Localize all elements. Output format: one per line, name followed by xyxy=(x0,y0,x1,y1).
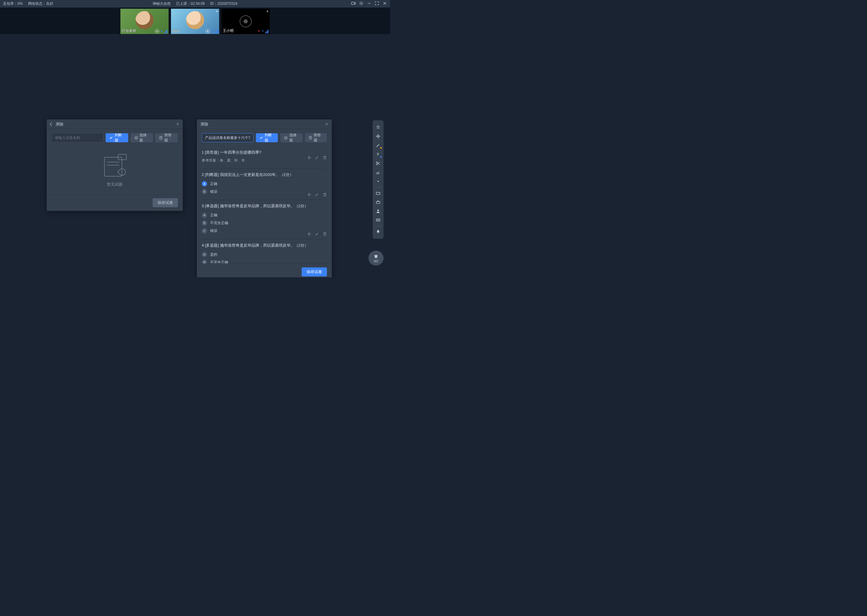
delete-icon[interactable] xyxy=(323,232,327,236)
tool-brightness-icon[interactable] xyxy=(373,177,383,186)
video-tile-student[interactable]: × Nina xyxy=(171,9,219,34)
option-text: 正确 xyxy=(210,213,218,218)
question-block: 2 [判断题] 我国宪法上一次更新是在2020年。（2分） A 正确 B 错误 xyxy=(202,169,327,200)
minimize-icon[interactable] xyxy=(367,1,372,6)
edit-icon[interactable] xyxy=(315,156,319,160)
question-title: 1 [简答题] 一年四季分别是哪四季? xyxy=(202,149,327,156)
choice-icon xyxy=(134,136,138,140)
right-toolbar: T xyxy=(373,120,383,239)
panel-toolbar: 判断题 选择题 简答题 xyxy=(47,129,183,146)
option-letter: B xyxy=(202,189,207,194)
remove-participant-icon[interactable]: × xyxy=(266,9,268,14)
edit-icon[interactable] xyxy=(315,193,319,197)
camera-toggle-icon[interactable] xyxy=(351,1,356,6)
tool-eraser-icon[interactable] xyxy=(373,168,383,177)
chip-shortanswer[interactable]: 简答题 xyxy=(155,133,178,142)
question-title: 3 [单选题] 施华洛世奇是反华品牌，所以梁鼎琪反华。（2分） xyxy=(202,203,327,209)
shortanswer-icon xyxy=(309,136,312,140)
svg-rect-9 xyxy=(263,30,263,31)
settings-icon[interactable] xyxy=(359,1,364,6)
move-icon[interactable] xyxy=(307,232,311,236)
video-row: 叮当老师 × Nina × 王小明 xyxy=(0,8,390,34)
video-tile-camera-off[interactable]: × 王小明 xyxy=(222,9,270,34)
tool-cursor-icon[interactable] xyxy=(373,123,383,132)
remove-participant-icon[interactable]: × xyxy=(216,9,218,14)
save-quiz-button[interactable]: 保存试卷 xyxy=(153,198,178,207)
award-icon xyxy=(155,29,159,33)
question-actions xyxy=(307,232,327,236)
chip-judgement[interactable]: 判断题 xyxy=(256,133,278,142)
option-letter: B xyxy=(202,220,207,226)
svg-rect-24 xyxy=(376,201,380,204)
close-icon[interactable]: × xyxy=(177,121,179,127)
question-block: 3 [单选题] 施华洛世奇是反华品牌，所以梁鼎琪反华。（2分） A 正确 B 不… xyxy=(202,200,327,239)
tool-person-icon[interactable] xyxy=(373,207,383,216)
camera-off-icon xyxy=(240,15,252,27)
chip-choice[interactable]: 选择题 xyxy=(280,133,302,142)
tool-text-icon[interactable]: T xyxy=(373,150,383,159)
question-list[interactable]: 1 [简答题] 一年四季分别是哪四季?参考答案：春、夏、秋、冬 2 [判断题] … xyxy=(197,146,332,264)
elapsed-time: 已上课：02:34:09 xyxy=(176,1,205,6)
svg-rect-6 xyxy=(212,30,213,31)
quiz-name-input[interactable] xyxy=(52,133,103,142)
network-status-label: 网络状态：良好 xyxy=(28,1,53,6)
delete-icon[interactable] xyxy=(323,156,327,160)
choice-icon xyxy=(284,136,287,140)
delete-icon[interactable] xyxy=(323,193,327,197)
raise-hand-badge[interactable]: 0/2 xyxy=(369,251,383,266)
tool-bell-icon[interactable] xyxy=(373,227,383,236)
video-tile-teacher[interactable]: 叮当老师 xyxy=(120,9,169,34)
session-id: ID：2020070324 xyxy=(210,1,238,6)
empty-text: 暂无试题 xyxy=(107,182,123,187)
quiz-name-input[interactable] xyxy=(202,133,254,142)
chip-judgement[interactable]: 判断题 xyxy=(106,133,128,142)
class-name: 神秘大自然 xyxy=(153,1,171,6)
svg-point-25 xyxy=(377,210,379,211)
edit-icon[interactable] xyxy=(315,232,319,236)
option-letter: A xyxy=(202,181,207,187)
question-block: 4 [多选题] 施华洛世奇是反华品牌，所以梁鼎琪反华。（2分） A 是的 B 不… xyxy=(202,239,327,264)
panel-toolbar: 判断题 选择题 简答题 xyxy=(197,129,332,146)
option-text: 是的 xyxy=(210,252,218,257)
volume-bars-icon xyxy=(214,30,218,33)
back-icon[interactable] xyxy=(50,122,54,126)
tool-chat-icon[interactable] xyxy=(373,216,383,225)
option-letter: A xyxy=(202,213,207,218)
tool-pen-icon[interactable] xyxy=(373,141,383,150)
fullscreen-icon[interactable] xyxy=(375,1,379,6)
main-area: 测验 × 判断题 选择题 简答题 暂无试题 xyxy=(0,34,390,277)
question-option[interactable]: A 正确 xyxy=(202,211,327,219)
close-window-icon[interactable] xyxy=(382,1,387,6)
topbar: 丢包率：0% 网络状态：良好 神秘大自然 已上课：02:34:09 ID：202… xyxy=(0,0,390,8)
question-actions xyxy=(307,193,327,197)
option-text: 错误 xyxy=(210,228,218,233)
panel-footer: 保存试卷 xyxy=(197,264,332,277)
tool-folder-icon[interactable] xyxy=(373,189,383,198)
question-actions xyxy=(307,156,327,160)
svg-rect-5 xyxy=(161,30,162,31)
svg-point-11 xyxy=(134,136,137,139)
chip-shortanswer[interactable]: 简答题 xyxy=(305,133,327,142)
tool-toolbox-icon[interactable] xyxy=(373,198,383,207)
question-option[interactable]: A 是的 xyxy=(202,251,327,258)
save-quiz-button[interactable]: 保存试卷 xyxy=(302,267,327,277)
empty-state: 暂无试题 xyxy=(47,146,183,194)
option-letter: A xyxy=(202,252,207,257)
close-icon[interactable]: × xyxy=(325,121,328,127)
chip-choice[interactable]: 选择题 xyxy=(131,133,153,142)
question-title: 2 [判断题] 我国宪法上一次更新是在2020年。（2分） xyxy=(202,172,327,178)
question-option[interactable]: B 不完全正确 xyxy=(202,219,327,227)
svg-point-1 xyxy=(361,3,362,4)
question-option[interactable]: A 正确 xyxy=(202,180,327,188)
panel-footer: 保存试卷 xyxy=(47,194,183,211)
panel-title: 测验 xyxy=(56,121,63,127)
panel-header: 测验 × xyxy=(197,119,332,129)
mic-icon xyxy=(261,29,264,33)
move-icon[interactable] xyxy=(307,193,311,197)
move-icon[interactable] xyxy=(307,156,311,160)
tool-scissors-icon[interactable] xyxy=(373,159,383,168)
option-text: 错误 xyxy=(210,189,218,194)
svg-text:T: T xyxy=(377,152,379,156)
tool-move-icon[interactable] xyxy=(373,132,383,141)
question-option[interactable]: B 不完全正确 xyxy=(202,258,327,264)
